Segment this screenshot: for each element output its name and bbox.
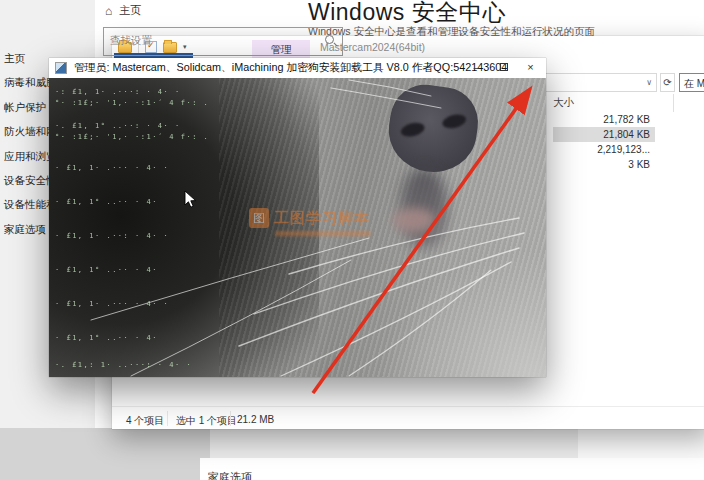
explorer-statusbar: 4 个项目 选中 1 个项目 21.2 MB <box>112 406 704 429</box>
address-bar[interactable]: ∨ <box>545 73 657 92</box>
file-row-size[interactable]: 3 KB <box>553 157 655 172</box>
chevron-down-icon[interactable]: ∨ <box>646 78 652 87</box>
security-home-label: 主页 <box>119 3 141 18</box>
security-home-item[interactable]: ⌂ 主页 <box>105 3 141 18</box>
app-icon <box>55 62 67 74</box>
watermark-text: 工图学习脚本 <box>274 209 370 228</box>
cat-photo: ·: £1, 1· .···: · 4· ·°· :1£;· '1,· ·:1·… <box>49 78 546 377</box>
matrix-text-row: · £1, 1· .··· · 4· · <box>55 164 169 172</box>
close-button[interactable]: × <box>517 58 544 78</box>
file-row-size[interactable]: 21,782 KB <box>553 112 655 127</box>
matrix-text-row: ·. £1,: 1· ..···: · 4· · <box>55 361 192 369</box>
home-icon: ⌂ <box>105 4 112 18</box>
explorer-search-text: 在 M <box>684 77 704 91</box>
statusbar-separator <box>230 411 231 426</box>
matrix-text-row: · £1, 1° ..·· · 4· <box>55 266 158 274</box>
watermark-icon: 图 <box>249 208 269 228</box>
column-separator[interactable] <box>673 94 674 112</box>
screen: 主页病毒和威胁防护帐户保护防火墙和网络保护应用和浏览器控制设备安全性设备性能和运… <box>0 0 704 480</box>
security-search-placeholder: 查找设置 <box>110 34 152 48</box>
matrix-text-row: · £1, 1° ..·· · 4· <box>55 334 158 342</box>
file-row-size[interactable]: 2,219,123... <box>553 142 655 157</box>
matrix-text-row: ·. £1, 1° ..··: · 4· · <box>55 122 181 130</box>
statusbar-separator <box>167 411 168 426</box>
security-bottom-panel: 家庭选项 <box>200 458 704 480</box>
file-row-size[interactable]: 21,804 KB <box>553 127 655 142</box>
explorer-search-input[interactable]: 在 M <box>679 73 704 92</box>
items-count: 4 个项目 <box>126 414 164 428</box>
desktop-strip <box>0 428 210 480</box>
tool-window: 管理员: Mastercam、Solidcam、iMachining 加密狗安装… <box>49 58 546 377</box>
search-icon <box>325 35 334 44</box>
watermark-subline <box>275 231 371 236</box>
file-list: 21,782 KB21,804 KB2,219,123...3 KB <box>553 112 655 172</box>
security-bottom-item[interactable]: 家庭选项 <box>208 470 252 480</box>
selected-count: 选中 1 个项目 <box>176 414 237 428</box>
matrix-text-row: · £1, 1° ..·· · 4· <box>55 198 158 206</box>
matrix-text-row: ·: £1, 1· .···: · 4· · <box>55 88 181 96</box>
security-search-input[interactable]: 查找设置 <box>103 27 343 56</box>
selected-size: 21.2 MB <box>237 414 274 425</box>
matrix-text-row: · £1, 1· .··· · 4· · <box>55 300 169 308</box>
maximize-button[interactable] <box>490 58 517 78</box>
matrix-text-row: °· :1£;· '1,· ·:1·´ 4 f·: . <box>55 133 209 141</box>
size-column-header[interactable]: 大小 <box>553 96 574 110</box>
tool-titlebar[interactable]: 管理员: Mastercam、Solidcam、iMachining 加密狗安装… <box>49 58 546 78</box>
security-page-title: Windows 安全中心 <box>308 0 506 28</box>
window-controls: – × <box>463 58 544 78</box>
minimize-button[interactable]: – <box>463 58 490 78</box>
matrix-text-row: °· :1£;· '1,· ·:1·´ 4 f·: . <box>55 99 209 107</box>
refresh-button[interactable]: ⟳ <box>660 73 675 92</box>
watermark: 图 工图学习脚本 <box>249 208 429 236</box>
maximize-icon <box>500 63 508 71</box>
matrix-text-row: · £1, 1· .··: · 4· · <box>55 232 169 240</box>
tool-window-title: 管理员: Mastercam、Solidcam、iMachining 加密狗安装… <box>74 61 507 75</box>
